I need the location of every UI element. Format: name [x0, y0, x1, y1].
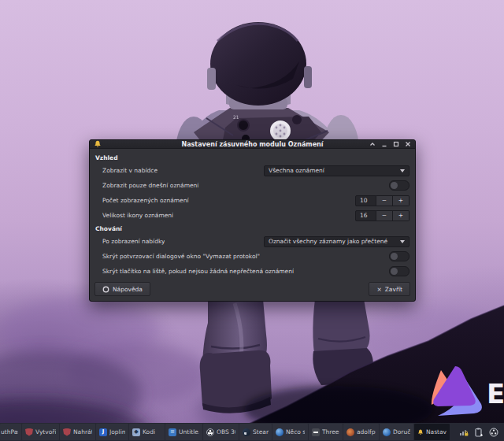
window-title: Nastavení zásuvného modulu Oznámení: [90, 141, 415, 148]
task-label: Joplin: [109, 428, 125, 435]
combobox-value: Označit všechny záznamy jako přečtené: [269, 238, 397, 245]
row-hide-button: Skrýt tlačítko na liště, pokud nejsou žá…: [95, 264, 410, 279]
only-today-label: Zobrazit pouze dnešní oznámení: [102, 182, 198, 189]
combobox-value: Všechna oznámení: [269, 167, 397, 174]
hide-confirm-label: Skrýt potvrzovací dialogové okno "Vymaza…: [102, 253, 260, 260]
globe-icon: [276, 428, 284, 436]
taskbar-item-adolfpu[interactable]: adolfpu...: [343, 424, 379, 440]
notification-settings-window: Nastavení zásuvného modulu Oznámení Vzhl…: [89, 139, 416, 302]
desktop: { "desktop": { "logo_text": "EN", "suit_…: [0, 0, 504, 441]
only-today-toggle[interactable]: [389, 180, 410, 191]
task-label: Steam: [253, 428, 269, 435]
toggle-knob: [391, 253, 398, 260]
task-label: Něco si...: [286, 428, 305, 435]
dialog-footer: Nápověda × Zavřít: [90, 279, 415, 301]
show-in-menu-label: Zobrazit v nabídce: [102, 167, 158, 174]
browser-icon: [346, 428, 354, 436]
taskbar-item-nastaveni[interactable]: Nastav...: [414, 424, 450, 440]
steam-icon: [243, 428, 250, 436]
show-in-menu-combobox[interactable]: Všechna oznámení: [264, 165, 410, 176]
row-show-in-menu: Zobrazit v nabídce Všechna oznámení: [95, 163, 410, 178]
spinner-increase-button[interactable]: +: [393, 210, 410, 221]
help-button[interactable]: Nápověda: [94, 282, 150, 296]
suit-marking: 21: [233, 114, 239, 120]
task-label: adolfpu...: [357, 428, 376, 435]
task-label: uthPass: [1, 428, 18, 435]
kodi-icon: ◆: [132, 428, 140, 436]
toggle-knob: [391, 268, 398, 275]
bell-icon: [417, 428, 424, 436]
spinner-decrease-button[interactable]: −: [376, 195, 393, 206]
taskbar-item-kodi[interactable]: ◆ Kodi: [129, 424, 165, 440]
after-menu-combobox[interactable]: Označit všechny záznamy jako přečtené: [264, 236, 410, 247]
task-label: Threema: [322, 428, 339, 435]
system-tray: [459, 428, 504, 437]
task-label: Vytvoři...: [35, 428, 56, 435]
shade-button[interactable]: [369, 141, 376, 147]
taskbar-item-dorucene[interactable]: Doruče...: [380, 424, 413, 440]
spinner-value[interactable]: 10: [355, 195, 376, 206]
titlebar[interactable]: Nastavení zásuvného modulu Oznámení: [90, 140, 415, 149]
icon-size-label: Velikost ikony oznámení: [102, 212, 173, 219]
taskbar: uthPass Vytvoři... Nahrát... J Joplin ◆ …: [0, 423, 504, 441]
row-notification-count: Počet zobrazených oznámení 10 − +: [95, 193, 410, 208]
close-dialog-button[interactable]: × Zavřít: [369, 282, 410, 296]
logo-text: EN: [487, 378, 504, 410]
shield-icon: [25, 428, 33, 436]
dialog-body: Vzhled Zobrazit v nabídce Všechna oznáme…: [90, 149, 415, 279]
obs-tray-icon[interactable]: [489, 428, 498, 437]
task-label: OBS 30...: [217, 428, 235, 435]
taskbar-item-untitled[interactable]: ≡ Untitle...: [165, 424, 202, 440]
icon-size-spinner: 16 − +: [355, 210, 410, 221]
row-after-menu: Po zobrazení nabídky Označit všechny záz…: [95, 234, 410, 249]
taskbar-item-neco[interactable]: Něco si...: [272, 424, 308, 440]
clipboard-plus-icon[interactable]: [474, 428, 484, 437]
notification-count-label: Počet zobrazených oznámení: [102, 197, 189, 204]
row-hide-confirm: Skrýt potvrzovací dialogové okno "Vymaza…: [95, 249, 410, 264]
taskbar-item-authpass[interactable]: uthPass: [0, 424, 21, 440]
taskbar-item-nahrat[interactable]: Nahrát...: [60, 424, 95, 440]
mail-icon: [383, 428, 391, 436]
taskbar-item-threema[interactable]: Threema: [309, 424, 343, 440]
chevron-down-icon: [400, 240, 405, 243]
threema-icon: [312, 428, 320, 436]
hide-button-label: Skrýt tlačítko na liště, pokud nejsou žá…: [102, 268, 294, 275]
toggle-knob: [391, 182, 398, 189]
document-icon: ≡: [169, 428, 176, 436]
spinner-decrease-button[interactable]: −: [376, 210, 393, 221]
taskbar-item-steam[interactable]: Steam: [239, 424, 272, 440]
section-behavior: Chování: [95, 224, 410, 234]
help-icon: [102, 286, 109, 293]
joplin-icon: J: [99, 428, 107, 436]
maximize-button[interactable]: [393, 141, 399, 147]
task-label: Untitle...: [179, 428, 199, 435]
hide-confirm-toggle[interactable]: [389, 251, 410, 261]
help-button-label: Nápověda: [113, 286, 143, 293]
task-label: Nahrát...: [73, 428, 92, 435]
row-only-today: Zobrazit pouze dnešní oznámení: [95, 178, 410, 193]
task-label: Kodi: [143, 428, 155, 435]
hide-button-toggle[interactable]: [389, 266, 410, 276]
task-label: Doruče...: [393, 428, 410, 435]
chevron-down-icon: [400, 169, 405, 172]
task-label: Nastav...: [426, 428, 447, 435]
close-button[interactable]: [405, 141, 411, 147]
taskbar-item-obs[interactable]: OBS 30...: [203, 424, 239, 440]
close-button-label: Zavřít: [385, 286, 402, 293]
after-menu-label: Po zobrazení nabídky: [102, 238, 165, 245]
network-signal-lock-icon[interactable]: [459, 428, 469, 437]
notification-count-spinner: 10 − +: [355, 195, 410, 206]
minimize-button[interactable]: [381, 141, 387, 147]
obs-icon: [206, 428, 214, 436]
shield-icon: [63, 428, 71, 436]
taskbar-item-vytvorit[interactable]: Vytvoři...: [22, 424, 59, 440]
close-icon: ×: [376, 286, 381, 293]
taskbar-item-joplin[interactable]: J Joplin: [96, 424, 128, 440]
section-appearance: Vzhled: [95, 153, 410, 163]
spinner-value[interactable]: 16: [355, 210, 376, 221]
spinner-increase-button[interactable]: +: [393, 195, 410, 206]
row-icon-size: Velikost ikony oznámení 16 − +: [95, 208, 410, 223]
